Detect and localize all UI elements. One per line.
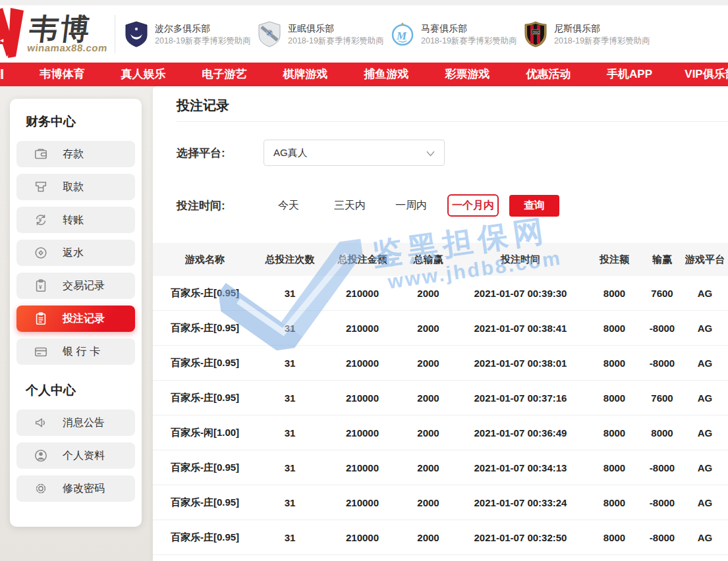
cell-bet-time: 2021-01-07 00:33:24 [455,497,586,508]
table-row: 百家乐-庄[0.95] 31 210000 2000 2021-01-07 00… [153,520,728,555]
content-area: 财务中心 存款 取款 ¥ 转账 [0,86,728,561]
sponsor-bordeaux: 波尔多俱乐部 2018-19新赛季博彩赞助商 [123,20,256,48]
sidebar-item-label: 转账 [63,213,84,227]
column-header-total-bets: 总投注次数 [257,254,323,266]
sponsor-subtitle: 2018-19新赛季博彩赞助商 [155,35,251,47]
sidebar-item-bet-records[interactable]: 投注记录 [16,306,135,332]
wallet-icon [34,147,48,161]
time-row: 投注时间: 今天 三天内 一周内 一个月内 查询 [177,194,728,217]
nav-item-cards[interactable]: 棋牌游戏 [265,63,346,86]
bank-card-icon [34,344,48,359]
brand-name: 韦博 [28,14,111,43]
nav-item-lottery[interactable]: 彩票游戏 [427,63,508,86]
cell-total-bets: 31 [257,462,323,473]
sponsor-marseille: M 马赛俱乐部 2018-19新赛季博彩赞助商 [389,20,522,48]
cell-total-bets: 31 [257,392,323,404]
title-divider [177,121,728,122]
column-header-platform: 游戏平台 [682,254,728,266]
nav-item-live[interactable]: 真人娱乐 [103,63,184,86]
sidebar-item-label: 返水 [63,246,84,260]
gear-icon [34,481,48,496]
cell-total-amount: 210000 [323,427,402,439]
sponsor-club-name: 亚眠俱乐部 [288,22,384,35]
sponsor-subtitle: 2018-19新赛季博彩赞助商 [554,35,650,47]
cell-winloss: 7600 [642,392,682,404]
cell-bet-amount: 8000 [586,497,642,508]
sidebar-item-withdraw[interactable]: 取款 [16,174,135,200]
column-header-bet-time: 投注时间 [455,254,586,266]
table-row: 百家乐-庄[0.95] 31 210000 2000 2021-01-07 00… [153,346,728,381]
cell-total-winloss: 2000 [402,497,455,508]
cell-bet-amount: 8000 [586,427,642,439]
clipboard-list-icon [34,311,48,326]
cell-winloss: -8000 [642,462,682,473]
table-row: 百家乐-闲[1.00] 31 210000 2000 2021-01-07 00… [153,415,728,450]
nav-item-slots[interactable]: 电子游艺 [184,63,265,86]
nav-item-vip-club[interactable]: VIP俱乐部 [670,63,728,86]
sidebar-item-transactions[interactable]: ¥ 交易记录 [16,273,135,299]
nav-clipped-item-fragment [1,69,3,79]
page-title: 投注记录 [153,86,728,114]
time-option-today[interactable]: 今天 [267,199,310,213]
cell-winloss: -8000 [642,358,682,369]
cell-total-bets: 31 [257,427,323,439]
cell-total-winloss: 2000 [402,392,455,404]
nice-crest-icon: OGC [522,20,549,48]
cell-winloss: -8000 [642,532,682,543]
column-header-total-amount: 总投注金额 [323,254,402,266]
column-header-winloss: 输赢 [642,254,682,266]
cell-total-amount: 210000 [323,323,402,334]
cell-platform: AG [682,323,728,334]
time-option-one-month-selected[interactable]: 一个月内 [447,194,499,217]
cell-winloss: 8000 [642,427,682,439]
time-option-one-week[interactable]: 一周内 [390,199,432,213]
sidebar-item-profile[interactable]: 个人资料 [16,442,135,469]
svg-text:AX◂: AX◂ [0,37,4,43]
table-row: 百家乐-庄[0.95] 31 210000 2000 2021-01-07 00… [153,311,728,346]
cell-game-name: 百家乐-闲[1.00] [153,427,257,439]
sidebar-item-bank-card[interactable]: 银 行 卡 [16,338,135,365]
speaker-icon [34,415,48,430]
sidebar-item-change-password[interactable]: 修改密码 [16,475,135,502]
sponsor-subtitle: 2018-19新赛季博彩赞助商 [421,35,517,47]
cell-platform: AG [682,497,728,508]
sidebar-item-transfer[interactable]: ¥ 转账 [16,207,135,233]
cell-winloss: -8000 [642,497,682,508]
nav-item-promo[interactable]: 优惠活动 [508,63,589,86]
sidebar-item-label: 存款 [63,147,84,161]
cell-total-amount: 210000 [323,288,402,299]
time-option-three-days[interactable]: 三天内 [329,199,371,213]
nav-item-fishing[interactable]: 捕鱼游戏 [346,63,427,86]
cell-total-bets: 31 [257,358,323,369]
cell-bet-time: 2021-01-07 00:32:50 [455,532,586,543]
cell-platform: AG [682,392,728,404]
cell-total-bets: 31 [257,323,323,334]
table-header-row: 游戏名称 总投注次数 总投注金额 总输赢 投注时间 投注额 输赢 游戏平台 [153,243,728,276]
sponsor-subtitle: 2018-19新赛季博彩赞助商 [288,35,384,47]
sidebar-item-deposit[interactable]: 存款 [16,141,135,167]
sidebar-item-announcements[interactable]: 消息公告 [16,410,135,436]
nav-item-sports[interactable]: 韦博体育 [22,63,103,86]
search-button[interactable]: 查询 [509,195,559,217]
bet-records-table: 游戏名称 总投注次数 总投注金额 总输赢 投注时间 投注额 输赢 游戏平台 百家… [153,243,728,555]
cell-game-name: 百家乐-庄[0.95] [153,357,257,369]
cell-bet-time: 2021-01-07 00:36:49 [455,427,586,439]
nav-item-mobile-app[interactable]: 手机APP [589,63,670,86]
table-row: 百家乐-庄[0.95] 31 210000 2000 2021-01-07 00… [153,276,728,311]
sidebar-item-label: 修改密码 [63,482,105,496]
platform-selected-value: AG真人 [273,147,308,159]
atm-icon [34,180,48,194]
sponsor-list: 波尔多俱乐部 2018-19新赛季博彩赞助商 亚眠俱乐部 2018-19新赛季博… [123,20,656,48]
header-divider [115,15,115,53]
coin-icon [34,246,48,260]
column-header-game: 游戏名称 [153,254,257,266]
sidebar-item-rebate[interactable]: 返水 [16,240,135,266]
cell-bet-amount: 8000 [586,323,642,334]
svg-text:¥: ¥ [39,217,42,223]
cell-total-winloss: 2000 [402,358,455,369]
cell-total-bets: 31 [257,532,323,543]
svg-text:M: M [396,30,407,42]
platform-select[interactable]: AG真人 [264,140,445,166]
sidebar-item-label: 消息公告 [63,416,105,430]
brand-logo[interactable]: AX◂ 韦博 winamax88.com [0,5,113,63]
